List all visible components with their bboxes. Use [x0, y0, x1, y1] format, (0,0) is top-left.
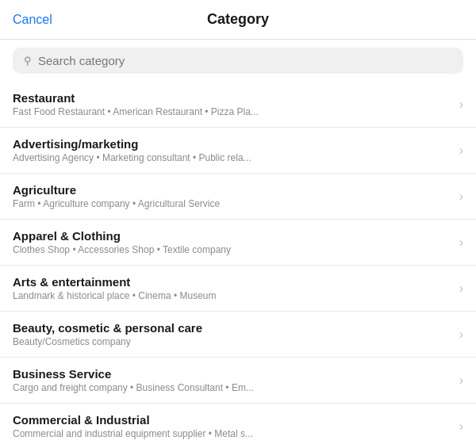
category-text: Beauty, cosmetic & personal care Beauty/…	[13, 321, 459, 347]
category-subcategories: Advertising Agency • Marketing consultan…	[13, 152, 354, 163]
list-item[interactable]: Arts & entertainment Landmark & historic…	[0, 266, 476, 312]
search-input[interactable]	[38, 54, 452, 67]
chevron-right-icon: ›	[459, 419, 463, 434]
search-bar: ⚲	[13, 48, 463, 74]
category-text: Apparel & Clothing Clothes Shop • Access…	[13, 229, 459, 255]
category-text: Advertising/marketing Advertising Agency…	[13, 137, 459, 163]
category-subcategories: Clothes Shop • Accessories Shop • Textil…	[13, 244, 354, 255]
chevron-right-icon: ›	[459, 235, 463, 250]
category-name: Arts & entertainment	[13, 275, 453, 289]
chevron-right-icon: ›	[459, 327, 463, 342]
chevron-right-icon: ›	[459, 373, 463, 388]
list-item[interactable]: Agriculture Farm • Agriculture company •…	[0, 174, 476, 220]
category-subcategories: Commercial and industrial equipment supp…	[13, 428, 354, 439]
category-subcategories: Fast Food Restaurant • American Restaura…	[13, 106, 354, 117]
category-text: Business Service Cargo and freight compa…	[13, 367, 459, 393]
category-name: Beauty, cosmetic & personal care	[13, 321, 453, 335]
category-text: Agriculture Farm • Agriculture company •…	[13, 183, 459, 209]
list-item[interactable]: Advertising/marketing Advertising Agency…	[0, 128, 476, 174]
list-item[interactable]: Commercial & Industrial Commercial and i…	[0, 404, 476, 448]
category-text: Restaurant Fast Food Restaurant • Americ…	[13, 91, 459, 117]
category-name: Business Service	[13, 367, 453, 381]
list-item[interactable]: Business Service Cargo and freight compa…	[0, 358, 476, 404]
chevron-right-icon: ›	[459, 190, 463, 204]
chevron-right-icon: ›	[459, 281, 463, 296]
header: Cancel Category	[0, 0, 476, 40]
category-subcategories: Farm • Agriculture company • Agricultura…	[13, 198, 354, 209]
category-name: Advertising/marketing	[13, 137, 453, 151]
category-text: Commercial & Industrial Commercial and i…	[13, 413, 459, 439]
list-item[interactable]: Restaurant Fast Food Restaurant • Americ…	[0, 82, 476, 128]
list-item[interactable]: Apparel & Clothing Clothes Shop • Access…	[0, 220, 476, 266]
category-name: Restaurant	[13, 91, 453, 105]
chevron-right-icon: ›	[459, 144, 463, 158]
chevron-right-icon: ›	[459, 98, 463, 112]
cancel-button[interactable]: Cancel	[13, 13, 52, 27]
category-subcategories: Landmark & historical place • Cinema • M…	[13, 290, 354, 301]
list-item[interactable]: Beauty, cosmetic & personal care Beauty/…	[0, 312, 476, 358]
page-container: Cancel Category ⚲ Restaurant Fast Food R…	[0, 0, 476, 448]
category-name: Agriculture	[13, 183, 453, 197]
search-icon: ⚲	[24, 55, 32, 67]
category-list: Restaurant Fast Food Restaurant • Americ…	[0, 82, 476, 448]
category-text: Arts & entertainment Landmark & historic…	[13, 275, 459, 301]
category-name: Apparel & Clothing	[13, 229, 453, 243]
category-subcategories: Cargo and freight company • Business Con…	[13, 382, 354, 393]
category-name: Commercial & Industrial	[13, 413, 453, 427]
category-subcategories: Beauty/Cosmetics company	[13, 336, 354, 347]
page-title: Category	[207, 11, 269, 28]
